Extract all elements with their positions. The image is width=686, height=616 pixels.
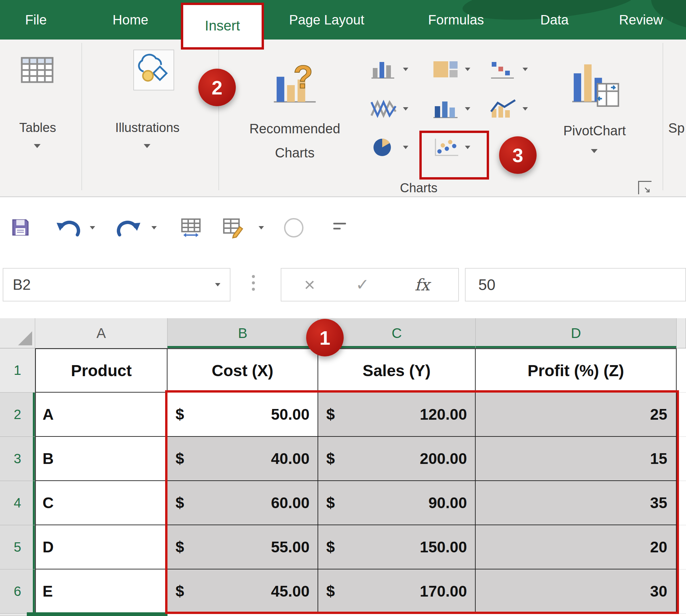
row-header-4[interactable]: 4	[0, 481, 35, 525]
insert-3d-column-chart-button[interactable]	[432, 98, 470, 119]
redo-dropdown-icon[interactable]	[151, 226, 157, 229]
cell-c1[interactable]: Sales (Y)	[318, 348, 475, 393]
row-header-2[interactable]: 2	[0, 393, 35, 437]
chevron-down-icon[interactable]	[34, 144, 41, 148]
circle-icon	[284, 218, 304, 238]
cell-a2[interactable]: A	[35, 393, 168, 437]
table-edit-icon	[221, 216, 245, 239]
cell-e2[interactable]	[677, 393, 686, 437]
autofit-table-button[interactable]	[179, 216, 203, 239]
cell-b5[interactable]: $ 55.00	[168, 525, 318, 569]
tables-button[interactable]	[17, 50, 57, 91]
tab-page-layout[interactable]: Page Layout	[289, 0, 364, 40]
illustrations-button[interactable]	[133, 49, 174, 90]
pivotchart-button[interactable]	[568, 57, 621, 112]
row-header-3[interactable]: 3	[0, 437, 35, 481]
insert-pie-chart-button[interactable]	[370, 137, 408, 158]
edit-table-button[interactable]	[221, 216, 245, 239]
name-box[interactable]: B2	[3, 268, 230, 302]
row-header-1[interactable]: 1	[0, 348, 35, 393]
column-header-d[interactable]: D	[475, 318, 677, 348]
chevron-down-icon[interactable]	[144, 144, 150, 148]
sparklines-group-partial-label: Sp	[668, 120, 686, 136]
cell-e6[interactable]	[677, 569, 686, 614]
qat-customize-button[interactable]	[333, 223, 346, 229]
tab-insert[interactable]: Insert	[181, 3, 264, 49]
save-button[interactable]	[9, 216, 31, 239]
select-all-corner[interactable]	[0, 318, 35, 348]
formula-bar-drag-handle[interactable]	[252, 275, 255, 291]
cell-e1[interactable]	[677, 348, 686, 393]
group-divider	[663, 43, 663, 190]
excel-window: File Home Insert Page Layout Formulas Da…	[0, 0, 686, 616]
cell-value: 90.00	[428, 494, 467, 512]
cell-b4[interactable]: $ 60.00	[168, 481, 318, 525]
tab-formulas[interactable]: Formulas	[428, 0, 484, 40]
cell-e4[interactable]	[677, 481, 686, 525]
formula-input[interactable]: 50	[465, 268, 686, 302]
redo-icon	[114, 217, 143, 239]
tables-label: Tables	[7, 120, 69, 135]
annotation-badge-2: 2	[198, 69, 236, 106]
cell-e3[interactable]	[677, 437, 686, 481]
ribbon-insert-panel: Tables Illustrations ? Recommended	[0, 40, 686, 197]
cell-d2[interactable]: 25	[475, 393, 677, 437]
cell-a1[interactable]: Product	[35, 348, 168, 393]
cell-c3[interactable]: $ 200.00	[318, 437, 475, 481]
circle-indicator-button[interactable]	[284, 218, 304, 238]
cell-a4[interactable]: C	[35, 481, 168, 525]
cell-d6[interactable]: 30	[475, 569, 677, 614]
row-header-6[interactable]: 6	[0, 569, 35, 614]
cell-d5[interactable]: 20	[475, 525, 677, 569]
tab-data[interactable]: Data	[540, 0, 569, 40]
formula-bar-row: B2 × ✓ fx 50	[0, 260, 686, 318]
cell-c6[interactable]: $ 170.00	[318, 569, 475, 614]
column-header-a[interactable]: A	[35, 318, 168, 348]
name-box-dropdown-icon[interactable]	[215, 283, 220, 286]
currency-symbol: $	[176, 449, 184, 468]
insert-hierarchy-chart-button[interactable]	[432, 59, 470, 80]
column-header-b[interactable]: B	[168, 318, 318, 348]
undo-dropdown-icon[interactable]	[90, 226, 95, 229]
cell-a5[interactable]: D	[35, 525, 168, 569]
cell-b2[interactable]: $ 50.00	[168, 393, 318, 437]
annotation-box-scatter	[419, 131, 489, 179]
recommended-charts-button[interactable]: ?	[270, 59, 320, 110]
insert-line-chart-button[interactable]	[370, 98, 408, 119]
charts-dialog-launcher[interactable]	[638, 181, 651, 194]
undo-button[interactable]	[53, 217, 82, 239]
chevron-down-icon[interactable]	[591, 149, 598, 153]
insert-combo-chart-button[interactable]	[490, 98, 528, 119]
cell-value: 55.00	[271, 538, 310, 556]
cell-e5[interactable]	[677, 525, 686, 569]
tab-home[interactable]: Home	[113, 0, 148, 40]
cell-d3[interactable]: 15	[475, 437, 677, 481]
selection-bottom-edge	[27, 612, 168, 616]
cell-b1[interactable]: Cost (X)	[168, 348, 318, 393]
cell-d4[interactable]: 35	[475, 481, 677, 525]
pie-chart-icon	[370, 137, 398, 158]
chevron-down-icon	[403, 107, 408, 111]
cell-b3[interactable]: $ 40.00	[168, 437, 318, 481]
waterfall-chart-icon	[490, 59, 518, 80]
cell-d1[interactable]: Profit (%) (Z)	[475, 348, 677, 393]
cell-a6[interactable]: E	[35, 569, 168, 614]
insert-waterfall-chart-button[interactable]	[490, 59, 528, 80]
cell-e7-partial	[677, 614, 686, 616]
redo-button[interactable]	[114, 217, 143, 239]
column-header-e[interactable]	[677, 318, 686, 348]
cell-c2[interactable]: $ 120.00	[318, 393, 475, 437]
currency-symbol: $	[326, 582, 335, 600]
column-chart-icon	[370, 59, 398, 80]
cell-c4[interactable]: $ 90.00	[318, 481, 475, 525]
insert-column-chart-button[interactable]	[370, 59, 408, 80]
cell-b6[interactable]: $ 45.00	[168, 569, 318, 614]
edit-table-dropdown-icon[interactable]	[259, 226, 264, 229]
cell-c5[interactable]: $ 150.00	[318, 525, 475, 569]
cell-a3[interactable]: B	[35, 437, 168, 481]
illustrations-label: Illustrations	[101, 120, 194, 135]
chevron-down-icon	[523, 68, 528, 71]
tab-file[interactable]: File	[25, 0, 47, 40]
tab-review[interactable]: Review	[619, 0, 663, 40]
row-header-5[interactable]: 5	[0, 525, 35, 569]
